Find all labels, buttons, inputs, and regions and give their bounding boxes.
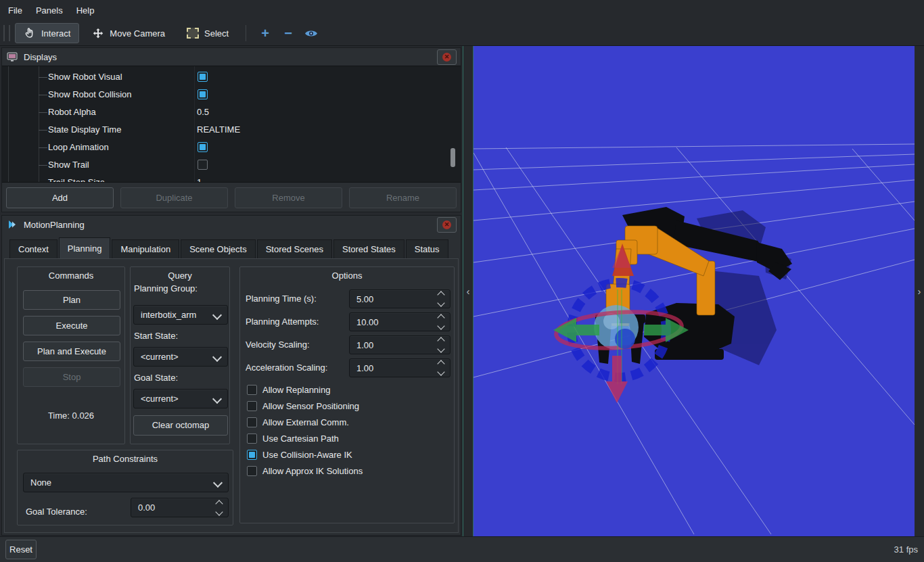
tab-status[interactable]: Status xyxy=(406,239,448,258)
stop-button: Stop xyxy=(23,367,120,387)
panel-splitter-handle[interactable]: ‹ xyxy=(463,46,473,536)
tab-context[interactable]: Context xyxy=(9,239,57,258)
motion-planning-header[interactable]: MotionPlanning ✕ xyxy=(2,216,461,233)
property-value[interactable]: 1 xyxy=(197,174,202,183)
checkbox-unchecked-icon[interactable] xyxy=(247,434,257,444)
spin-up-icon[interactable] xyxy=(437,291,444,298)
move-camera-tool-button[interactable]: Move Camera xyxy=(83,23,174,43)
property-label: Show Robot Visual xyxy=(48,68,122,86)
interact-tool-button[interactable]: Interact xyxy=(15,23,79,43)
allow-approx-ik-solutions-checkbox-row[interactable]: Allow Approx IK Solutions xyxy=(247,464,363,477)
checkbox-unchecked-icon[interactable] xyxy=(247,466,257,476)
goal-tolerance-spinbox[interactable]: 0.00 xyxy=(131,498,229,517)
allow-external-comm-checkbox-row[interactable]: Allow External Comm. xyxy=(247,415,349,429)
reset-button[interactable]: Reset xyxy=(5,540,37,559)
clear-octomap-button[interactable]: Clear octomap xyxy=(133,415,228,436)
query-group-title: Query xyxy=(131,271,229,281)
goal-tolerance-label: Goal Tolerance: xyxy=(26,502,87,521)
planning-attempts-spinbox[interactable]: 10.00 xyxy=(349,312,451,331)
3d-viewport[interactable] xyxy=(473,46,915,536)
plan-and-execute-button[interactable]: Plan and Execute xyxy=(23,342,120,361)
menu-file[interactable]: File xyxy=(1,0,29,21)
spin-up-icon[interactable] xyxy=(437,360,444,367)
acceleration-scaling-spinbox[interactable]: 1.00 xyxy=(349,358,451,377)
motion-planning-title: MotionPlanning xyxy=(24,220,432,230)
property-value[interactable]: REALTIME xyxy=(197,121,240,139)
checkbox-checked-icon[interactable] xyxy=(198,142,208,152)
tree-branch-line xyxy=(39,112,47,113)
tab-manipulation[interactable]: Manipulation xyxy=(112,239,179,258)
spin-down-icon[interactable] xyxy=(437,299,444,306)
displays-property-list: Show Robot VisualShow Robot CollisionRob… xyxy=(2,66,461,183)
property-value[interactable]: 0.5 xyxy=(197,103,209,121)
plan-button[interactable]: Plan xyxy=(23,290,120,310)
allow-sensor-positioning-checkbox-row[interactable]: Allow Sensor Positioning xyxy=(247,399,359,413)
property-label: Trail Step Size xyxy=(48,174,105,183)
property-label: Robot Alpha xyxy=(48,103,96,121)
spinbox-arrows-icon[interactable] xyxy=(438,361,444,375)
property-row[interactable]: Robot Alpha0.5 xyxy=(2,103,461,121)
spinbox-arrows-icon[interactable] xyxy=(216,501,222,515)
planning-tab-pane: Commands PlanExecutePlan and ExecuteStop… xyxy=(4,258,459,533)
menu-panels[interactable]: Panels xyxy=(29,0,70,21)
checkbox-unchecked-icon[interactable] xyxy=(198,160,208,170)
spinbox-value: 1.00 xyxy=(356,340,373,350)
use-cartesian-path-checkbox-row[interactable]: Use Cartesian Path xyxy=(247,431,339,445)
motion-planning-icon xyxy=(6,218,18,231)
checkbox-label: Allow External Comm. xyxy=(262,417,349,427)
select-box-icon xyxy=(187,27,199,39)
checkbox-unchecked-icon[interactable] xyxy=(247,385,257,395)
property-row[interactable]: Show Robot Visual xyxy=(2,68,461,86)
checkbox-label: Use Collision-Aware IK xyxy=(262,450,352,460)
velocity-scaling-spinbox[interactable]: 1.00 xyxy=(349,335,451,354)
goal-state-value: <current> xyxy=(141,394,179,404)
rename-display-button: Rename xyxy=(349,187,457,208)
path-constraints-title: Path Constraints xyxy=(18,454,233,464)
spinbox-arrows-icon[interactable] xyxy=(438,292,444,306)
checkbox-checked-icon[interactable] xyxy=(198,89,208,99)
tab-planning[interactable]: Planning xyxy=(59,237,111,258)
spin-down-icon[interactable] xyxy=(437,322,444,329)
plus-tool-button[interactable]: + xyxy=(254,24,276,43)
monitor-icon xyxy=(6,51,18,63)
motion-planning-close-button[interactable]: ✕ xyxy=(437,217,457,233)
chevron-down-icon xyxy=(212,352,222,362)
toolbar-drag-handle[interactable] xyxy=(3,25,10,41)
path-constraints-dropdown[interactable]: None xyxy=(23,473,229,492)
displays-close-button[interactable]: ✕ xyxy=(437,49,457,65)
property-row[interactable]: Loop Animation xyxy=(2,139,461,156)
execute-button[interactable]: Execute xyxy=(23,316,120,335)
spin-down-icon[interactable] xyxy=(437,345,444,352)
goal-tolerance-value: 0.00 xyxy=(138,502,155,513)
checkbox-checked-icon[interactable] xyxy=(198,72,208,82)
checkbox-unchecked-icon[interactable] xyxy=(247,417,257,427)
tab-stored-states[interactable]: Stored States xyxy=(333,239,405,258)
select-tool-button[interactable]: Select xyxy=(178,23,237,43)
spinbox-arrows-icon[interactable] xyxy=(438,315,444,329)
spinbox-arrows-icon[interactable] xyxy=(438,338,444,352)
property-row[interactable]: Trail Step Size1 xyxy=(2,174,461,183)
start-state-dropdown[interactable]: <current> xyxy=(133,347,228,367)
tab-scene-objects[interactable]: Scene Objects xyxy=(181,239,256,258)
goal-state-dropdown[interactable]: <current> xyxy=(133,389,228,408)
menu-help[interactable]: Help xyxy=(70,0,101,21)
displays-panel-header[interactable]: Displays ✕ xyxy=(2,48,461,66)
right-collapse-strip[interactable]: › xyxy=(915,46,924,536)
property-row[interactable]: Show Trail xyxy=(2,156,461,174)
spinbox-value: 5.00 xyxy=(356,294,373,304)
use-collision-aware-ik-checkbox-row[interactable]: Use Collision-Aware IK xyxy=(247,448,352,461)
spin-down-icon[interactable] xyxy=(437,368,444,375)
checkbox-unchecked-icon[interactable] xyxy=(247,401,257,411)
spin-up-icon[interactable] xyxy=(437,314,444,321)
planning-group-dropdown[interactable]: interbotix_arm xyxy=(133,305,228,325)
tab-stored-scenes[interactable]: Stored Scenes xyxy=(257,239,332,258)
minus-tool-button[interactable]: − xyxy=(277,24,299,43)
spin-up-icon[interactable] xyxy=(437,337,444,344)
add-display-button[interactable]: Add xyxy=(6,187,114,208)
allow-replanning-checkbox-row[interactable]: Allow Replanning xyxy=(247,383,330,396)
planning-time-s-spinbox[interactable]: 5.00 xyxy=(349,289,451,308)
eye-tool-button[interactable] xyxy=(300,24,322,43)
property-row[interactable]: State Display TimeREALTIME xyxy=(2,121,461,139)
checkbox-checked-icon[interactable] xyxy=(247,450,257,460)
property-row[interactable]: Show Robot Collision xyxy=(2,86,461,103)
